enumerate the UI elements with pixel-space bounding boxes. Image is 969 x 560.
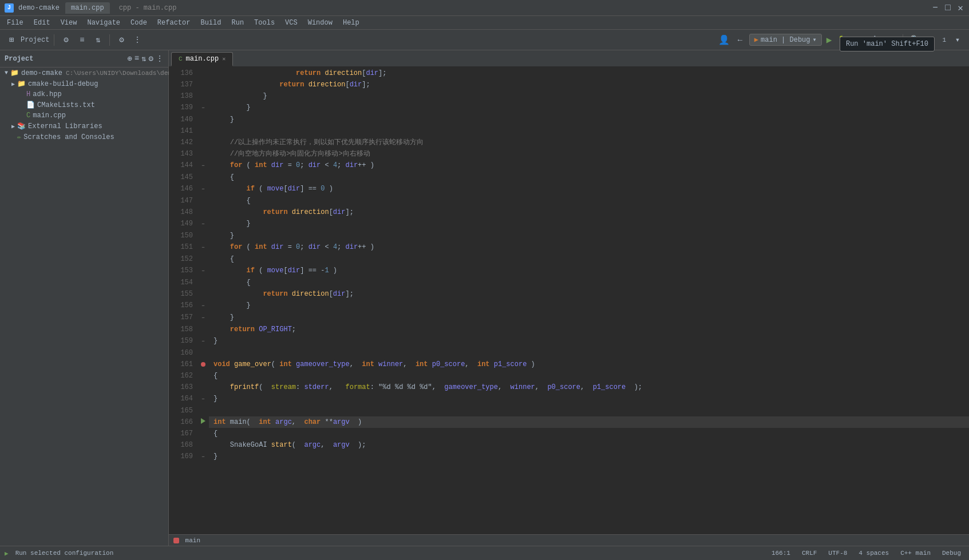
fold-icon[interactable]: − <box>201 315 204 321</box>
line-gutter <box>197 206 209 218</box>
fold-icon[interactable]: − <box>201 245 204 251</box>
sidebar-item-external-libs[interactable]: ▶ 📚 External Libraries <box>0 121 168 132</box>
profile-button[interactable]: ⏱ <box>868 33 882 47</box>
sidebar-item-demo-cmake[interactable]: ▼ 📁 demo-cmake C:\Users\UNIDY\Downloads\… <box>0 67 168 78</box>
toolbar-search-btn[interactable]: 🔍 <box>908 33 921 47</box>
toolbar-back-btn[interactable]: ← <box>733 33 747 47</box>
sidebar-item-cmakelists[interactable]: ▶ 📄 CMakeLists.txt <box>0 100 168 110</box>
line-code: return direction[dir]; <box>209 206 969 218</box>
line-code: if ( move[dir] == 0 ) <box>209 183 969 195</box>
chevron-icon: ▼ <box>5 70 8 76</box>
app-name: demo-cmake <box>18 4 60 12</box>
line-code: int main( int argc, char **argv ) <box>209 416 969 428</box>
close-button[interactable]: ✕ <box>956 4 964 12</box>
main-content: Project ⊕ ≡ ⇅ ⚙ ⋮ ▼ 📁 demo-cmake C:\User… <box>0 50 969 546</box>
line-code <box>209 125 969 137</box>
toolbar-rerun-btn[interactable]: ⇅ <box>91 33 105 47</box>
line-code: //向空地方向移动>向固化方向移动>向右移动 <box>209 148 969 160</box>
sidebar-tool-expand[interactable]: ⇅ <box>141 54 146 63</box>
menu-item-build[interactable]: Build <box>196 18 226 28</box>
toolbar-sync-btn[interactable]: ≡ <box>75 33 89 47</box>
cpp-file-icon: C <box>26 112 30 120</box>
code-table: 136 return direction[dir];137 return dir… <box>169 67 969 463</box>
breakpoint-icon[interactable] <box>201 362 205 367</box>
sidebar-tool-scope[interactable]: ⊕ <box>127 54 132 63</box>
code-editor[interactable]: 136 return direction[dir];137 return dir… <box>169 67 969 534</box>
line-gutter: − <box>197 393 209 405</box>
maximize-button[interactable]: □ <box>944 4 952 12</box>
line-gutter: − <box>197 312 209 324</box>
menu-item-help[interactable]: Help <box>338 18 364 28</box>
run-config-name: main | Debug <box>761 36 810 44</box>
run-config-selector[interactable]: ▶ main | Debug ▾ <box>749 34 822 46</box>
sidebar-tool-more[interactable]: ⋮ <box>156 54 164 63</box>
fold-icon[interactable]: − <box>201 186 204 192</box>
sidebar-tool-collapse[interactable]: ≡ <box>135 54 139 63</box>
menu-item-file[interactable]: File <box>2 18 28 28</box>
sidebar-item-adk-hpp[interactable]: ▶ H adk.hpp <box>0 89 168 100</box>
menu-item-tools[interactable]: Tools <box>250 18 279 28</box>
toolbar-profile-btn[interactable]: 👤 <box>717 33 731 47</box>
status-run-icon: ▶ <box>5 550 9 557</box>
status-line-ending[interactable]: CRLF <box>798 550 820 557</box>
line-code: } <box>209 393 969 405</box>
editor-breadcrumb-bar: main <box>169 534 969 546</box>
coverage-button[interactable]: ⊙ <box>852 33 866 47</box>
fold-icon[interactable]: − <box>201 105 204 111</box>
line-number: 164 <box>169 393 197 405</box>
line-gutter <box>197 195 209 206</box>
line-gutter <box>197 67 209 79</box>
stop-button[interactable]: ⏹ <box>884 33 898 47</box>
toolbar-line-indicator: 1 <box>940 37 948 43</box>
status-indent[interactable]: 4 spaces <box>855 550 892 557</box>
cmake-icon: 📄 <box>26 101 35 109</box>
toolbar-build-btn[interactable]: ⚙ <box>59 33 73 47</box>
status-position[interactable]: 166:1 <box>768 550 794 557</box>
minimize-button[interactable]: − <box>931 4 939 12</box>
line-code: for ( int dir = 0; dir < 4; dir++ ) <box>209 160 969 172</box>
status-encoding[interactable]: UTF-8 <box>825 550 851 557</box>
editor-tab-main-cpp[interactable]: C main.cpp ✕ <box>171 52 233 66</box>
menu-item-view[interactable]: View <box>56 18 82 28</box>
line-number: 159 <box>169 335 197 347</box>
menu-item-edit[interactable]: Edit <box>29 18 55 28</box>
toolbar-chevron-btn[interactable]: ▾ <box>951 33 964 47</box>
run-button[interactable]: ▶ <box>824 33 834 47</box>
status-language[interactable]: C++ main <box>897 550 934 557</box>
chevron-icon: ▶ <box>11 81 15 88</box>
line-number: 165 <box>169 405 197 416</box>
menu-item-code[interactable]: Code <box>126 18 152 28</box>
debug-button[interactable]: 🐛 <box>836 33 850 47</box>
sidebar-tool-gear[interactable]: ⚙ <box>149 54 153 63</box>
fold-icon[interactable]: − <box>201 221 204 227</box>
fold-icon[interactable]: − <box>201 163 204 169</box>
window-title: cpp - main.cpp <box>119 4 177 12</box>
status-mode[interactable]: Debug <box>939 550 964 557</box>
play-arrow-icon <box>201 418 205 424</box>
line-code: return direction[dir]; <box>209 67 969 79</box>
menu-item-window[interactable]: Window <box>303 18 337 28</box>
menu-item-refactor[interactable]: Refactor <box>153 18 195 28</box>
fold-icon[interactable]: − <box>201 303 204 309</box>
fold-icon[interactable]: − <box>201 339 204 344</box>
fold-icon[interactable]: − <box>201 396 204 402</box>
editor-scope-indicator: main <box>173 537 200 544</box>
fold-icon[interactable]: − <box>201 268 204 274</box>
tab-close-icon[interactable]: ✕ <box>222 55 226 62</box>
toolbar-settings2-btn[interactable]: ⚙ <box>924 33 938 47</box>
line-code: { <box>209 195 969 206</box>
sidebar-item-main-cpp[interactable]: ▶ C main.cpp <box>0 110 168 121</box>
line-gutter: − <box>197 160 209 172</box>
line-code: { <box>209 370 969 382</box>
menu-item-vcs[interactable]: VCS <box>280 18 302 28</box>
sidebar-item-cmake-build-debug[interactable]: ▶ 📁 cmake-build-debug <box>0 78 168 89</box>
menu-item-navigate[interactable]: Navigate <box>82 18 125 28</box>
toolbar-settings-btn[interactable]: ⚙ <box>114 33 128 47</box>
sidebar-item-scratches[interactable]: ▶ ✏ Scratches and Consoles <box>0 132 168 142</box>
line-gutter <box>197 114 209 125</box>
fold-icon[interactable]: − <box>201 454 204 460</box>
menu-item-run[interactable]: Run <box>227 18 248 28</box>
toolbar-more-btn[interactable]: ⋮ <box>130 33 144 47</box>
line-number: 155 <box>169 288 197 300</box>
sidebar-item-label: main.cpp <box>33 112 66 120</box>
